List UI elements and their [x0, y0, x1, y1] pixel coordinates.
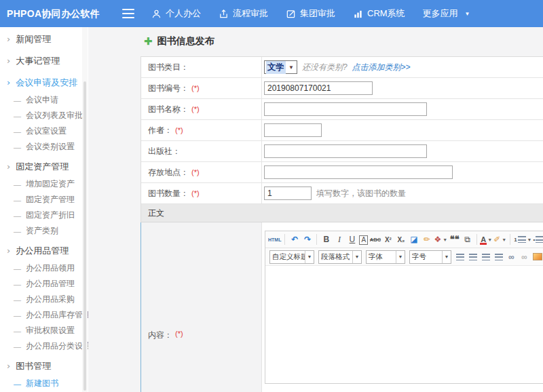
ordered-list-icon[interactable]: 1▼: [514, 233, 531, 246]
sidebar-group-events: ›大事记管理: [0, 51, 88, 71]
dash-icon: —: [14, 196, 21, 204]
nav-crm-system[interactable]: CRM系统: [344, 0, 414, 27]
nav-process-approval[interactable]: 流程审批: [210, 0, 277, 27]
field-hint: 填写数字，该图书的数量: [316, 188, 406, 199]
link-icon[interactable]: ∞: [506, 250, 517, 263]
chevron-down-icon: ▼: [305, 251, 314, 263]
unordered-list-icon[interactable]: •▼: [533, 233, 543, 246]
book-category-select[interactable]: 文学▼: [264, 60, 297, 74]
nav-personal-office[interactable]: 个人办公: [143, 0, 210, 27]
sidebar-item-book-new[interactable]: —新建图书: [0, 376, 88, 391]
subscript-icon[interactable]: X₂: [395, 233, 407, 246]
book-name-input[interactable]: [264, 102, 427, 116]
field-cell-storage-location: [262, 162, 543, 182]
editor-content-area[interactable]: [265, 265, 543, 383]
topbar: PHPOA协同办公软件 个人办公流程审批集团审批CRM系统更多应用▼: [0, 0, 543, 27]
blockquote-icon[interactable]: ❝❝: [449, 233, 460, 246]
sidebar-item-label: 办公用品库存管理: [26, 309, 88, 321]
main-content: 图书信息发布 图书类目：文学▼还没有类别?点击添加类别>>图书编号：(*)图书名…: [88, 27, 543, 392]
unlink-icon[interactable]: ∞: [519, 250, 530, 263]
clear-format-icon[interactable]: ✏: [421, 233, 432, 246]
sidebar-item-supplies-stock[interactable]: —办公用品库存管理: [0, 307, 88, 323]
toolbar-separator: [316, 234, 317, 245]
sidebar-item-supplies-purchase[interactable]: —办公用品采购: [0, 292, 88, 307]
eraser-icon[interactable]: ◪: [408, 233, 419, 246]
sidebar-item-label: 新建图书: [26, 378, 58, 389]
form-row-book-quantity: 图书数量：(*)填写数字，该图书的数量: [141, 183, 543, 204]
book-number-input[interactable]: [264, 81, 373, 95]
undo-icon[interactable]: ↶: [288, 233, 300, 246]
paste-text-icon[interactable]: ⧉: [462, 233, 473, 246]
font-family-dropdown[interactable]: 字体▼: [366, 250, 405, 264]
sidebar-item-office-supplies[interactable]: ›办公用品管理: [0, 241, 88, 260]
sidebar-item-meeting-apply[interactable]: —会议申请: [0, 92, 88, 108]
highlight-icon[interactable]: ✐▼: [493, 233, 506, 246]
font-size-dropdown[interactable]: 字号▼: [409, 250, 451, 264]
italic-icon[interactable]: I: [333, 233, 345, 246]
sidebar-item-events[interactable]: ›大事记管理: [0, 51, 88, 71]
sidebar-item-asset-category[interactable]: —资产类别: [0, 223, 88, 239]
form-row-book-name: 图书名称：(*): [141, 99, 543, 120]
add-category-link[interactable]: 点击添加类别>>: [352, 62, 411, 73]
author-input[interactable]: [264, 123, 322, 137]
custom-title-dropdown[interactable]: 自定义标题▼: [269, 250, 314, 264]
sidebar-item-supplies-claim[interactable]: —办公用品领用: [0, 260, 88, 276]
bold-icon[interactable]: B: [320, 233, 332, 246]
sidebar-group-fixed-assets: ›固定资产管理—增加固定资产—固定资产管理—固定资产折旧—资产类别: [0, 157, 88, 239]
sidebar-item-meeting-category[interactable]: —会议类别设置: [0, 139, 88, 155]
form-row-publisher: 出版社：: [141, 141, 543, 162]
font-border-icon[interactable]: A: [359, 235, 368, 245]
sidebar-item-supplies-manage[interactable]: —办公用品管理: [0, 276, 88, 292]
sidebar-item-asset-depreciation[interactable]: —固定资产折旧: [0, 208, 88, 223]
dash-icon: —: [14, 264, 21, 273]
field-label-book-number: 图书编号：(*): [141, 78, 262, 98]
sidebar-item-label: 办公用品管理: [26, 278, 75, 290]
dash-icon: —: [14, 296, 21, 304]
sidebar-group-label: 固定资产管理: [16, 161, 69, 173]
underline-icon[interactable]: U: [346, 233, 358, 246]
format-painter-icon[interactable]: ❖▼: [434, 233, 447, 246]
nav-group-approval[interactable]: 集团审批: [277, 0, 344, 27]
sidebar-item-meeting-list[interactable]: —会议列表及审批: [0, 108, 88, 123]
dash-icon: —: [14, 143, 21, 151]
chevron-right-icon: ›: [7, 361, 10, 371]
chevron-down-icon: ▼: [527, 237, 532, 242]
storage-location-input[interactable]: [264, 165, 453, 179]
align-center-icon[interactable]: [467, 250, 479, 263]
insert-image-icon[interactable]: [531, 250, 543, 263]
align-justify-icon[interactable]: [493, 250, 504, 263]
sidebar-item-supplies-category[interactable]: —办公用品分类设置: [0, 338, 88, 354]
book-quantity-input[interactable]: [264, 187, 312, 200]
sidebar-group-office-supplies: ›办公用品管理—办公用品领用—办公用品管理—办公用品采购—办公用品库存管理—审批…: [0, 241, 88, 354]
sidebar-item-meeting-room[interactable]: —会议室设置: [0, 123, 88, 139]
nav-more-apps[interactable]: 更多应用▼: [414, 0, 479, 27]
sidebar-item-asset-add[interactable]: —增加固定资产: [0, 176, 88, 192]
bars-glyph: [495, 254, 503, 260]
sidebar-item-asset-manage[interactable]: —固定资产管理: [0, 192, 88, 208]
sidebar-item-fixed-assets[interactable]: ›固定资产管理: [0, 157, 88, 176]
paragraph-format-dropdown[interactable]: 段落格式▼: [318, 250, 362, 264]
redo-icon[interactable]: ↷: [301, 233, 313, 246]
sidebar-item-label: 办公用品采购: [26, 294, 75, 305]
field-label-book-name: 图书名称：(*): [141, 99, 262, 119]
html-source-icon[interactable]: HTML: [268, 233, 281, 246]
bars-glyph: [469, 254, 477, 260]
hamburger-menu-icon[interactable]: [122, 8, 134, 19]
scrollbar-thumb[interactable]: [83, 81, 86, 391]
superscript-icon[interactable]: X²: [382, 233, 394, 246]
publisher-input[interactable]: [264, 144, 427, 158]
field-label-book-quantity: 图书数量：(*): [141, 183, 262, 203]
strikethrough-icon[interactable]: ABC: [369, 233, 381, 246]
section-header-body: 正文: [141, 204, 543, 222]
sidebar-item-books[interactable]: ›图书管理: [0, 356, 88, 376]
list-prefix: •: [533, 237, 536, 243]
font-color-icon[interactable]: A▼: [481, 233, 492, 246]
sidebar-item-news[interactable]: ›新闻管理: [0, 29, 88, 49]
field-cell-book-name: [262, 99, 543, 119]
sidebar-item-approval-permission[interactable]: —审批权限设置: [0, 323, 88, 338]
align-right-icon[interactable]: [480, 250, 491, 263]
sidebar-item-meeting[interactable]: ›会议申请及安排: [0, 73, 88, 92]
sidebar-item-label: 办公用品分类设置: [26, 340, 88, 352]
field-label-book-category: 图书类目：: [141, 57, 262, 77]
align-left-icon[interactable]: [454, 250, 466, 263]
